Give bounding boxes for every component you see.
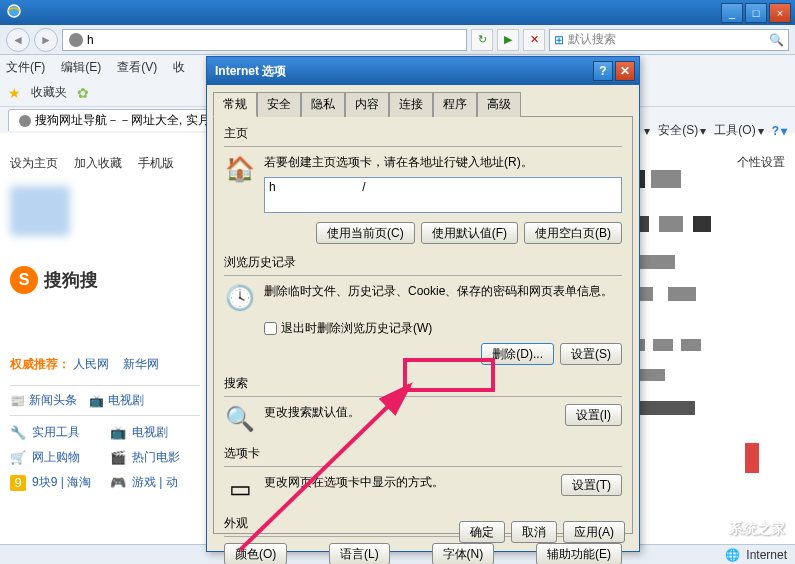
link-tvshow[interactable]: 📺电视剧: [110, 424, 200, 441]
minimize-button[interactable]: _: [721, 3, 743, 23]
menu-edit[interactable]: 编辑(E): [61, 59, 101, 76]
use-current-button[interactable]: 使用当前页(C): [316, 222, 415, 244]
dialog-title: Internet 选项: [215, 63, 286, 80]
ok-button[interactable]: 确定: [459, 521, 505, 543]
tab-favicon-icon: [19, 115, 31, 127]
link-grid: 🔧实用工具 📺电视剧 🛒网上购物 🎬热门电影 99块9 | 海淘 🎮游戏 | 动: [10, 424, 200, 491]
search-title: 搜索: [224, 375, 622, 392]
tv-icon: 📺: [89, 394, 104, 408]
tabs-settings-button[interactable]: 设置(T): [561, 474, 622, 496]
link-9yuan[interactable]: 99块9 | 海淘: [10, 474, 100, 491]
address-text: h: [87, 33, 94, 47]
cat-tv[interactable]: 📺电视剧: [89, 392, 144, 409]
nav-mobile[interactable]: 手机版: [138, 155, 174, 172]
accessibility-button[interactable]: 辅助功能(E): [536, 543, 622, 564]
back-button[interactable]: ◄: [6, 28, 30, 52]
forward-button[interactable]: ►: [34, 28, 58, 52]
cat-news[interactable]: 📰新闻头条: [10, 392, 77, 409]
search-box[interactable]: ⊞ 默认搜索 🔍: [549, 29, 789, 51]
history-settings-button[interactable]: 设置(S): [560, 343, 622, 365]
news-icon: 📰: [10, 394, 25, 408]
favorites-label[interactable]: 收藏夹: [31, 84, 67, 101]
right-column: [625, 150, 785, 473]
refresh-button[interactable]: ↻: [471, 29, 493, 51]
zone-icon: 🌐: [725, 548, 740, 562]
movie-icon: 🎬: [110, 450, 126, 466]
tabs-title: 选项卡: [224, 445, 622, 462]
internet-options-dialog: Internet 选项 ? ✕ 常规 安全 隐私 内容 连接 程序 高级 主页 …: [206, 56, 640, 552]
blur-block: [668, 287, 696, 301]
address-input[interactable]: h: [62, 29, 467, 51]
tab-content[interactable]: 内容: [345, 92, 389, 117]
title-bar: _ □ ×: [0, 0, 795, 25]
cancel-button[interactable]: 取消: [511, 521, 557, 543]
use-blank-button[interactable]: 使用空白页(B): [524, 222, 622, 244]
delete-on-exit-checkbox[interactable]: [264, 322, 277, 335]
ie-logo-icon: [6, 3, 22, 22]
dialog-help-button[interactable]: ?: [593, 61, 613, 81]
tab-connections[interactable]: 连接: [389, 92, 433, 117]
nav-sethome[interactable]: 设为主页: [10, 155, 58, 172]
link-shop[interactable]: 🛒网上购物: [10, 449, 100, 466]
search-placeholder: 默认搜索: [568, 31, 616, 48]
dialog-close-button[interactable]: ✕: [615, 61, 635, 81]
colors-button[interactable]: 颜色(O): [224, 543, 287, 564]
sogou-logo[interactable]: S 搜狗搜: [10, 266, 200, 294]
homepage-url-input[interactable]: [264, 177, 622, 213]
homepage-title: 主页: [224, 125, 622, 142]
tabs-icon: ▭: [224, 473, 256, 505]
dialog-body: 主页 🏠 若要创建主页选项卡，请在各地址行键入地址(R)。 使用当前页(C) 使…: [213, 116, 633, 534]
fonts-button[interactable]: 字体(N): [432, 543, 495, 564]
tab-programs[interactable]: 程序: [433, 92, 477, 117]
recommend-row: 权威推荐： 人民网 新华网: [10, 356, 200, 373]
favorites-star-icon[interactable]: ★: [8, 85, 21, 101]
recommend-label: 权威推荐：: [10, 357, 70, 371]
tab-title: 搜狗网址导航－－网址大全, 实月: [35, 112, 210, 129]
close-button[interactable]: ×: [769, 3, 791, 23]
delete-on-exit-label: 退出时删除浏览历史记录(W): [281, 320, 432, 337]
blur-block: [653, 339, 673, 351]
help-menu[interactable]: ? ▾: [772, 124, 787, 138]
tools-menu[interactable]: 工具(O) ▾: [714, 122, 763, 139]
languages-button[interactable]: 语言(L): [329, 543, 390, 564]
blur-block: [659, 216, 683, 232]
link-movie[interactable]: 🎬热门电影: [110, 449, 200, 466]
history-desc: 删除临时文件、历史记录、Cookie、保存的密码和网页表单信息。: [264, 282, 622, 300]
rec-link-2[interactable]: 新华网: [123, 357, 159, 371]
category-bar: 📰新闻头条 📺电视剧: [10, 385, 200, 416]
sogou-icon: S: [10, 266, 38, 294]
dialog-footer: 确定 取消 应用(A): [459, 521, 625, 543]
cancel-button[interactable]: ✕: [523, 29, 545, 51]
tab-advanced[interactable]: 高级: [477, 92, 521, 117]
blur-block: [651, 170, 681, 188]
menu-view[interactable]: 查看(V): [117, 59, 157, 76]
nav-addfav[interactable]: 加入收藏: [74, 155, 122, 172]
tab-general[interactable]: 常规: [213, 92, 257, 117]
menu-fav[interactable]: 收: [173, 59, 185, 76]
safety-menu[interactable]: 安全(S) ▾: [658, 122, 706, 139]
dialog-titlebar: Internet 选项 ? ✕: [207, 57, 639, 85]
rec-link-1[interactable]: 人民网: [73, 357, 109, 371]
search-settings-button[interactable]: 设置(I): [565, 404, 622, 426]
use-default-button[interactable]: 使用默认值(F): [421, 222, 518, 244]
apply-button[interactable]: 应用(A): [563, 521, 625, 543]
search-desc: 更改搜索默认值。: [264, 403, 360, 421]
tab-privacy[interactable]: 隐私: [301, 92, 345, 117]
search-go-icon[interactable]: 🔍: [769, 33, 784, 47]
nine-icon: 9: [10, 475, 26, 491]
delete-history-button[interactable]: 删除(D)...: [481, 343, 554, 365]
stop-button[interactable]: ▶: [497, 29, 519, 51]
tab-security[interactable]: 安全: [257, 92, 301, 117]
add-favorite-icon[interactable]: ✿: [77, 85, 89, 101]
menu-file[interactable]: 文件(F): [6, 59, 45, 76]
watermark: 系统之家: [703, 518, 785, 540]
link-game[interactable]: 🎮游戏 | 动: [110, 474, 200, 491]
left-column: S 搜狗搜 权威推荐： 人民网 新华网 📰新闻头条 📺电视剧 🔧实用工具 📺电视…: [0, 176, 210, 501]
zone-text: Internet: [746, 548, 787, 562]
maximize-button[interactable]: □: [745, 3, 767, 23]
search-provider-icon: ⊞: [554, 33, 564, 47]
link-tools[interactable]: 🔧实用工具: [10, 424, 100, 441]
blur-block: [693, 216, 711, 232]
home-icon: 🏠: [224, 153, 256, 185]
browser-tab[interactable]: 搜狗网址导航－－网址大全, 实月: [8, 109, 221, 131]
